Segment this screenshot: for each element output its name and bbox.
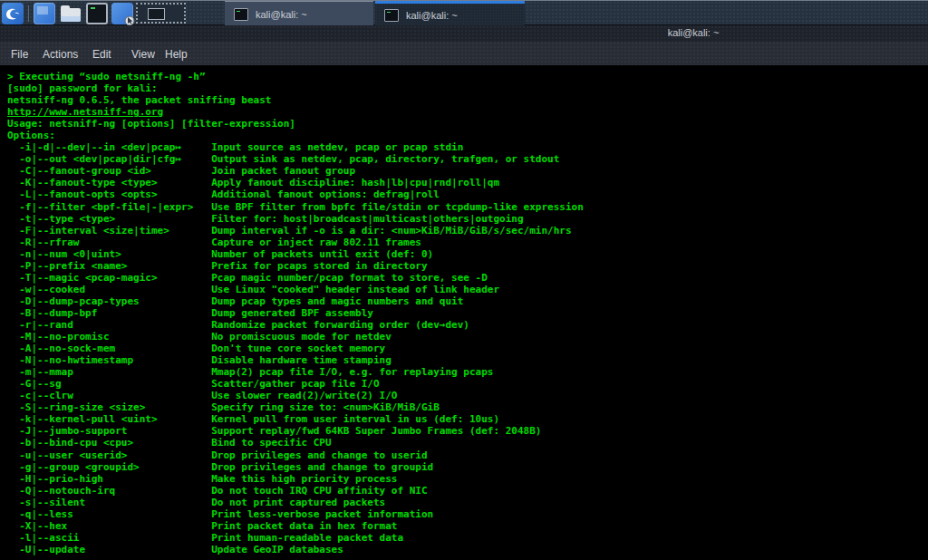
window-title: kali@kali: ~ — [634, 27, 752, 38]
terminal-line: -i|-d|--dev|--in <dev|pcap↦ Input source… — [7, 141, 928, 153]
terminal-line: -w|--cooked Use Linux "cooked" header in… — [7, 284, 928, 295]
menu-bar: File Actions Edit View Help — [0, 42, 928, 65]
taskbar-window-label: kali@kali: ~ — [256, 9, 307, 20]
terminal-line: -f|--filter <bpf-file|-|expr> Use BPF fi… — [7, 201, 928, 213]
terminal-line: -B|--dump-bpf Dump generated BPF assembl… — [7, 307, 928, 319]
kali-dragon-glyph — [4, 5, 22, 23]
terminal-line: -J|--jumbo-support Support replay/fwd 64… — [7, 425, 928, 437]
workspace-switcher[interactable] — [136, 3, 186, 24]
terminal-line: -N|--no-hwtimestamp Disable hardware tim… — [7, 354, 928, 366]
terminal-line: > Executing “sudo netsniff-ng -h” — [7, 71, 928, 82]
terminal-line: -K|--fanout-type <type> Apply fanout dis… — [7, 177, 928, 188]
terminal-line: -r|--rand Randomize packet forwarding or… — [7, 319, 928, 331]
taskbar-window-label: kali@kali: ~ — [406, 10, 458, 21]
taskbar-window-button[interactable]: kali@kali: ~ — [225, 1, 373, 26]
folder-body — [61, 8, 81, 22]
app-icon[interactable] — [34, 3, 55, 24]
file-manager-icon[interactable] — [60, 3, 82, 24]
terminal-line: -q|--less Print less-verbose packet info… — [7, 508, 928, 520]
terminal-line: -U|--update Update GeoIP databases — [7, 544, 928, 555]
menu-file[interactable]: File — [7, 46, 32, 63]
terminal-line: -H|--prio-high Make this high priority p… — [7, 473, 928, 485]
terminal-line: -Q|--notouch-irq Do not touch IRQ CPU af… — [7, 485, 928, 497]
terminal-link[interactable]: http://www.netsniff-ng.org — [7, 106, 928, 118]
terminal-line: -X|--hex Print packet data in hex format — [7, 520, 928, 532]
terminal-line: -S|--ring-size <size> Specify ring size … — [7, 401, 928, 413]
terminal-line: -l|--ascii Print human-readable packet d… — [7, 532, 928, 544]
menu-edit[interactable]: Edit — [89, 46, 115, 63]
terminal-launcher-icon[interactable] — [86, 3, 108, 24]
terminal-line: -R|--rfraw Capture or inject raw 802.11 … — [7, 237, 928, 248]
terminal-line: netsniff-ng 0.6.5, the packet sniffing b… — [7, 94, 928, 106]
terminal-line: -s|--silent Do not print captured packet… — [7, 497, 928, 508]
terminal-line: -c|--clrw Use slower read(2)/write(2) I/… — [7, 390, 928, 401]
terminal-line: -G|--sg Scatter/gather pcap file I/O — [7, 378, 928, 390]
taskbar-window-button-active[interactable]: kali@kali: ~ — [375, 1, 525, 26]
terminal-line: -g|--group <groupid> Drop privileges and… — [7, 461, 928, 473]
terminal-line: Options: — [7, 130, 928, 141]
terminal-window-icon — [234, 8, 248, 21]
menu-help[interactable]: Help — [161, 46, 191, 63]
window-titlebar[interactable]: kali@kali: ~ — [0, 25, 928, 42]
terminal-line: -n|--num <0|uint> Number of packets unti… — [7, 248, 928, 260]
menu-view[interactable]: View — [128, 46, 159, 63]
kali-menu-icon[interactable] — [2, 3, 24, 24]
terminal-line: -b|--bind-cpu <cpu> Bind to specific CPU — [7, 437, 928, 449]
terminal-line: -A|--no-sock-mem Don't tune core socket … — [7, 343, 928, 354]
workspace-window-thumb — [148, 8, 165, 20]
terminal-line: -k|--kernel-pull <uint> Kernel pull from… — [7, 413, 928, 425]
terminal-line: -F|--interval <size|time> Dump interval … — [7, 225, 928, 237]
terminal-line: -o|--out <dev|pcap|dir|cfg↦ Output sink … — [7, 153, 928, 165]
terminal-line: -m|--mmap Mmap(2) pcap file I/O, e.g. fo… — [7, 366, 928, 378]
terminal-line: [sudo] password for kali: — [7, 82, 928, 94]
panel-separator — [132, 5, 133, 22]
terminal-window-icon — [384, 9, 399, 22]
desktop: kali@kali: ~ kali@kali: ~ kali@kali: ~ F… — [0, 0, 928, 560]
panel-separator — [28, 5, 29, 22]
terminal-line: -T|--magic <pcap-magic> Pcap magic numbe… — [7, 272, 928, 284]
terminal-line: Usage: netsniff-ng [options] [filter-exp… — [7, 118, 928, 130]
terminal-line: -u|--user <userid> Drop privileges and c… — [7, 449, 928, 461]
terminal-line: -L|--fanout-opts <opts> Additional fanou… — [7, 188, 928, 200]
terminal-line: -D|--dump-pcap-types Dump pcap types and… — [7, 295, 928, 307]
terminal-line: -t|--type <type> Filter for: host|broadc… — [7, 213, 928, 225]
terminal-output[interactable]: > Executing “sudo netsniff-ng -h”[sudo] … — [0, 65, 928, 560]
terminal-line: -M|--no-promisc No promiscuous mode for … — [7, 331, 928, 343]
menu-actions[interactable]: Actions — [39, 46, 82, 63]
terminal-line: -C|--fanout-group <id> Join packet fanou… — [7, 165, 928, 177]
terminal-line: -P|--prefix <name> Prefix for pcaps stor… — [7, 260, 928, 272]
pointer-tool-icon[interactable] — [111, 3, 133, 24]
taskbar: kali@kali: ~ kali@kali: ~ — [0, 0, 928, 25]
